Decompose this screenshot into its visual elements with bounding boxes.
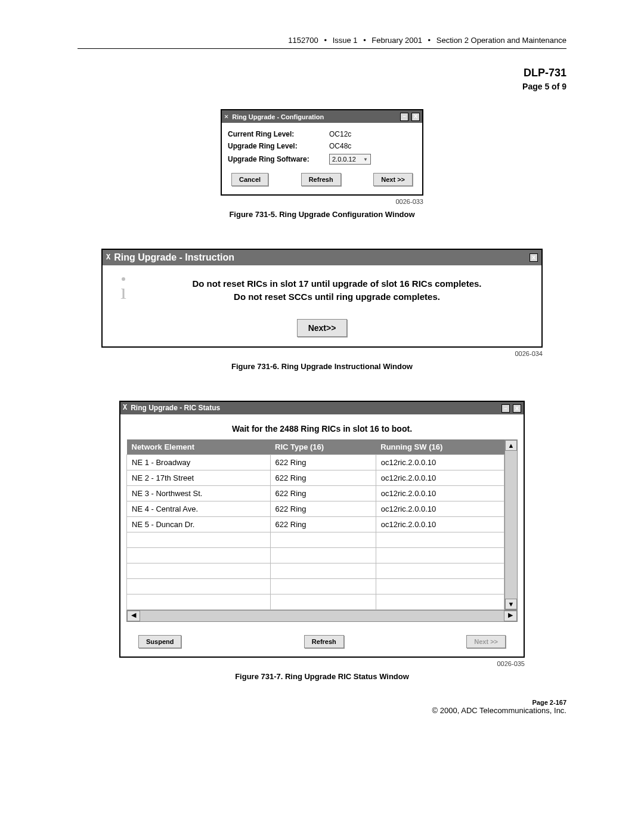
bullet-icon: • <box>428 36 431 45</box>
figure-caption: Figure 731-6. Ring Upgrade Instructional… <box>78 362 566 371</box>
col-network-element[interactable]: Network Element <box>127 439 271 455</box>
scroll-down-icon[interactable]: ▼ <box>505 599 517 609</box>
current-ring-level-label: Current Ring Level: <box>228 130 329 138</box>
table-cell: 622 Ring <box>270 486 376 501</box>
table-cell: 622 Ring <box>270 517 376 532</box>
table-row[interactable]: NE 3 - Northwest St.622 Ringoc12ric.2.0.… <box>127 486 504 501</box>
col-running-sw[interactable]: Running SW (16) <box>376 439 504 455</box>
instruction-text: Do not reset RICs in slot 17 until upgra… <box>144 277 530 304</box>
table-cell <box>127 579 271 594</box>
ric-wait-message: Wait for the 2488 Ring RICs in slot 16 t… <box>120 414 524 439</box>
ric-titlebar[interactable]: X Ring Upgrade - RIC Status – X <box>120 402 524 415</box>
ring-upgrade-config-window: ✕ Ring Upgrade - Configuration – X Curre… <box>221 109 423 196</box>
ric-status-table: Network Element RIC Type (16) Running SW… <box>126 439 504 610</box>
app-icon: ✕ <box>224 112 228 121</box>
page-title: DLP-731 <box>78 67 566 79</box>
software-dropdown-value: 2.0.0.12 <box>332 156 356 163</box>
table-cell <box>270 563 376 579</box>
table-row[interactable]: NE 5 - Duncan Dr.622 Ringoc12ric.2.0.0.1… <box>127 517 504 532</box>
page-subcount: Page 5 of 9 <box>78 82 566 91</box>
bullet-icon: • <box>363 36 366 45</box>
header-docnum: 1152700 <box>288 36 318 45</box>
refresh-button[interactable]: Refresh <box>304 635 344 648</box>
instruction-title-text: Ring Upgrade - Instruction <box>114 252 234 263</box>
header-issue: Issue 1 <box>333 36 358 45</box>
running-header: 1152700 • Issue 1 • February 2001 • Sect… <box>78 36 566 49</box>
table-cell <box>376 532 504 548</box>
instruction-line2: Do not reset SCCs until ring upgrade com… <box>144 290 530 304</box>
info-icon: ı <box>114 277 132 301</box>
refresh-button[interactable]: Refresh <box>301 173 341 186</box>
table-cell: 622 Ring <box>270 470 376 486</box>
ric-title-text: Ring Upgrade - RIC Status <box>131 404 220 412</box>
next-button[interactable]: Next>> <box>297 319 348 337</box>
cancel-button[interactable]: Cancel <box>231 173 268 186</box>
ring-upgrade-ric-status-window: X Ring Upgrade - RIC Status – X Wait for… <box>119 401 525 658</box>
close-icon[interactable]: X <box>411 113 420 121</box>
table-row[interactable] <box>127 579 504 594</box>
scroll-up-icon[interactable]: ▲ <box>505 440 517 451</box>
table-row[interactable]: NE 4 - Central Ave.622 Ringoc12ric.2.0.0… <box>127 501 504 517</box>
next-button: Next >> <box>466 635 506 648</box>
table-row[interactable] <box>127 532 504 548</box>
scroll-left-icon[interactable]: ◀ <box>127 611 140 621</box>
table-row[interactable] <box>127 563 504 579</box>
config-title-text: Ring Upgrade - Configuration <box>232 113 324 120</box>
minimize-icon[interactable]: – <box>400 113 408 121</box>
ring-upgrade-instruction-window: X Ring Upgrade - Instruction X ı Do not … <box>101 249 543 348</box>
figure-caption: Figure 731-7. Ring Upgrade RIC Status Wi… <box>78 672 566 681</box>
header-section: Section 2 Operation and Maintenance <box>436 36 566 45</box>
table-cell <box>376 563 504 579</box>
close-icon[interactable]: X <box>530 253 538 262</box>
table-cell <box>270 579 376 594</box>
next-button[interactable]: Next >> <box>373 173 413 186</box>
table-row[interactable]: NE 2 - 17th Street622 Ringoc12ric.2.0.0.… <box>127 470 504 486</box>
table-cell: 622 Ring <box>270 455 376 470</box>
table-cell <box>127 548 271 563</box>
scroll-right-icon[interactable]: ▶ <box>504 611 517 621</box>
table-cell <box>376 548 504 563</box>
instruction-titlebar[interactable]: X Ring Upgrade - Instruction X <box>103 250 541 265</box>
minimize-icon[interactable]: – <box>501 404 510 413</box>
header-date: February 2001 <box>371 36 422 45</box>
table-cell: oc12ric.2.0.0.10 <box>376 517 504 532</box>
table-cell: oc12ric.2.0.0.10 <box>376 470 504 486</box>
app-icon: X <box>106 253 110 262</box>
table-cell <box>270 532 376 548</box>
table-cell <box>270 548 376 563</box>
figure-id: 0026-033 <box>221 198 423 205</box>
current-ring-level-value: OC12c <box>329 130 351 138</box>
figure-id: 0026-034 <box>101 350 543 357</box>
table-cell <box>270 594 376 610</box>
upgrade-ring-level-value: OC48c <box>329 142 351 150</box>
table-cell <box>376 579 504 594</box>
col-ric-type[interactable]: RIC Type (16) <box>270 439 376 455</box>
figure-caption: Figure 731-5. Ring Upgrade Configuration… <box>78 210 566 219</box>
upgrade-ring-level-label: Upgrade Ring Level: <box>228 142 329 150</box>
table-cell: NE 4 - Central Ave. <box>127 501 271 517</box>
table-cell <box>127 594 271 610</box>
chevron-down-icon: ▼ <box>363 157 368 162</box>
table-row[interactable] <box>127 594 504 610</box>
upgrade-ring-software-dropdown[interactable]: 2.0.0.12 ▼ <box>329 154 371 165</box>
table-row[interactable]: NE 1 - Broadway622 Ringoc12ric.2.0.0.10 <box>127 455 504 470</box>
vertical-scrollbar[interactable]: ▲ ▼ <box>504 439 518 610</box>
upgrade-ring-software-label: Upgrade Ring Software: <box>228 155 329 163</box>
app-icon: X <box>123 404 127 412</box>
table-cell <box>376 594 504 610</box>
close-icon[interactable]: X <box>513 404 521 413</box>
table-cell: NE 1 - Broadway <box>127 455 271 470</box>
instruction-line1: Do not reset RICs in slot 17 until upgra… <box>144 277 530 290</box>
table-row[interactable] <box>127 548 504 563</box>
bullet-icon: • <box>324 36 327 45</box>
table-cell: oc12ric.2.0.0.10 <box>376 486 504 501</box>
table-cell <box>127 532 271 548</box>
table-cell <box>127 563 271 579</box>
horizontal-scrollbar[interactable]: ◀ ▶ <box>126 610 518 622</box>
suspend-button[interactable]: Suspend <box>138 635 181 648</box>
table-cell: oc12ric.2.0.0.10 <box>376 501 504 517</box>
table-cell: NE 3 - Northwest St. <box>127 486 271 501</box>
footer-copyright: © 2000, ADC Telecommunications, Inc. <box>78 706 566 715</box>
config-titlebar[interactable]: ✕ Ring Upgrade - Configuration – X <box>222 110 422 123</box>
table-cell: NE 5 - Duncan Dr. <box>127 517 271 532</box>
